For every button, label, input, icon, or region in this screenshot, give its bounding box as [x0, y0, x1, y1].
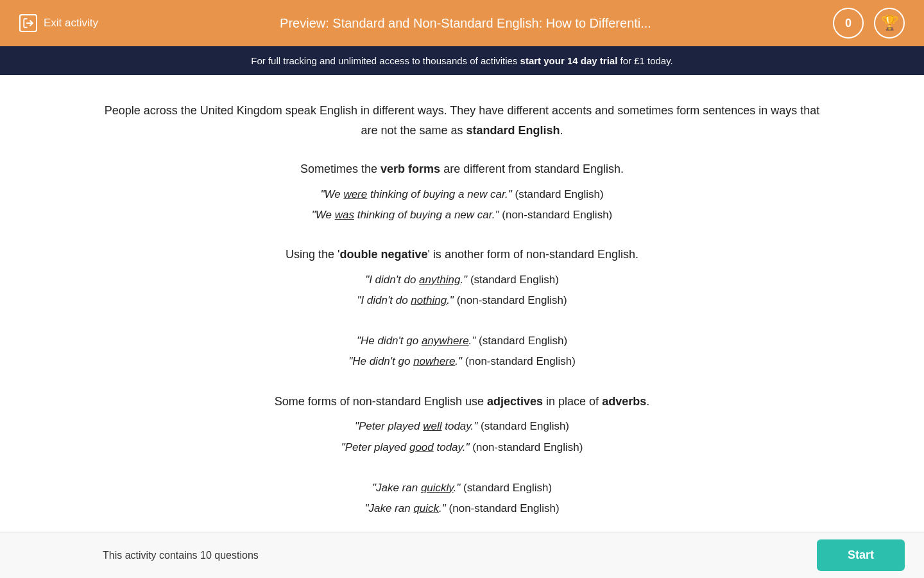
s3-ex2-underline: good	[409, 441, 434, 453]
s2-ex4: "He didn't go nowhere." (non-standard En…	[103, 351, 821, 372]
s2-ex4-post: ."	[455, 355, 462, 367]
s1-ex2-pre: "We	[312, 209, 332, 221]
s2-ex1: "I didn't do anything." (standard Englis…	[103, 270, 821, 290]
nav-right: 0 🏆	[833, 8, 905, 39]
activity-info: This activity contains 10 questions	[103, 550, 259, 561]
score-value: 0	[845, 17, 851, 30]
s3-ex4-label: (non-standard English)	[449, 502, 560, 514]
main-content: People across the United Kingdom speak E…	[0, 75, 924, 551]
promo-cta: start your 14 day trial	[520, 55, 618, 66]
s2-ex3: "He didn't go anywhere." (standard Engli…	[103, 331, 821, 351]
s1-ex1-post: thinking of buying a new car."	[370, 188, 512, 200]
s3-lead-pre: Some forms of non-standard English use	[275, 395, 484, 408]
s3-lead-bold1: adjectives	[487, 395, 543, 408]
trophy-badge: 🏆	[874, 8, 905, 39]
s2-ex1-underline: anything	[419, 274, 460, 286]
s3-ex2-post: today."	[436, 441, 469, 453]
s2-ex2: "I didn't do nothing." (non-standard Eng…	[103, 290, 821, 311]
start-button[interactable]: Start	[817, 539, 905, 571]
s2-ex1-label: (standard English)	[470, 274, 559, 286]
s1-ex2: "We was thinking of buying a new car." (…	[103, 205, 821, 225]
intro-end: .	[560, 124, 563, 137]
s2-ex2-underline: nothing	[411, 294, 447, 306]
s1-ex1-label: (standard English)	[515, 188, 604, 200]
top-nav: Exit activity Preview: Standard and Non-…	[0, 0, 924, 46]
s1-ex1-pre: "We	[320, 188, 340, 200]
trophy-icon: 🏆	[881, 15, 898, 31]
s1-lead-end: are different from standard English.	[443, 162, 624, 175]
s3-ex3-underline: quickly	[421, 482, 454, 494]
s3-ex3: "Jake ran quickly." (standard English)	[103, 478, 821, 498]
nav-title: Preview: Standard and Non-Standard Engli…	[98, 16, 833, 31]
section-adjectives: Some forms of non-standard English use a…	[103, 392, 821, 519]
s3-ex1-label: (standard English)	[481, 420, 569, 432]
s2-ex4-underline: nowhere	[413, 355, 455, 367]
promo-text-before: For full tracking and unlimited access t…	[251, 55, 520, 66]
s3-ex2-pre: "Peter played	[341, 441, 407, 453]
section2-lead: Using the 'double negative' is another f…	[103, 245, 821, 265]
score-badge: 0	[833, 8, 864, 39]
s2-ex4-pre: "He didn't go	[348, 355, 410, 367]
s3-lead-end: .	[646, 395, 649, 408]
s2-lead-pre: Using the '	[286, 248, 339, 261]
s3-ex1-pre: "Peter played	[355, 420, 420, 432]
s2-ex4-label: (non-standard English)	[465, 355, 576, 367]
section1-lead: Sometimes the verb forms are different f…	[103, 159, 821, 179]
s3-ex2: "Peter played good today." (non-standard…	[103, 437, 821, 458]
s3-ex4-underline: quick	[413, 502, 439, 514]
section-verb-forms: Sometimes the verb forms are different f…	[103, 159, 821, 225]
s3-ex3-post: ."	[454, 482, 461, 494]
s1-ex2-label: (non-standard English)	[502, 209, 612, 221]
exit-label: Exit activity	[44, 17, 98, 30]
s1-lead-bold: verb forms	[381, 162, 440, 175]
s2-lead-bold: double negative	[339, 248, 427, 261]
s2-ex2-label: (non-standard English)	[457, 294, 567, 306]
s3-ex4: "Jake ran quick." (non-standard English)	[103, 498, 821, 519]
s3-ex1: "Peter played well today." (standard Eng…	[103, 416, 821, 437]
section-double-negative: Using the 'double negative' is another f…	[103, 245, 821, 372]
s1-ex1: "We were thinking of buying a new car." …	[103, 184, 821, 205]
section3-lead: Some forms of non-standard English use a…	[103, 392, 821, 412]
s3-ex3-label: (standard English)	[463, 482, 552, 494]
s1-ex2-underline: was	[335, 209, 354, 221]
bottom-bar: This activity contains 10 questions Star…	[0, 532, 924, 578]
s3-lead-mid: in place of	[546, 395, 599, 408]
intro-text: People across the United Kingdom speak E…	[105, 104, 820, 137]
s2-ex1-pre: "I didn't do	[365, 274, 416, 286]
s2-ex3-underline: anywhere	[422, 335, 469, 347]
s2-ex2-pre: "I didn't do	[357, 294, 407, 306]
promo-banner: For full tracking and unlimited access t…	[0, 46, 924, 75]
s1-lead-pre: Sometimes the	[300, 162, 377, 175]
s1-ex1-underline: were	[343, 188, 367, 200]
s3-ex1-post: today."	[445, 420, 477, 432]
intro-paragraph: People across the United Kingdom speak E…	[103, 101, 821, 140]
s2-ex3-label: (standard English)	[479, 335, 567, 347]
promo-text-after: for £1 today.	[617, 55, 672, 66]
s3-ex4-pre: "Jake ran	[364, 502, 410, 514]
exit-icon	[19, 14, 37, 32]
s3-ex3-pre: "Jake ran	[372, 482, 418, 494]
s1-ex2-post: thinking of buying a new car."	[357, 209, 499, 221]
exit-button[interactable]: Exit activity	[19, 14, 98, 32]
s2-ex3-pre: "He didn't go	[357, 335, 418, 347]
s2-ex1-post: ."	[460, 274, 467, 286]
s2-ex2-post: ."	[447, 294, 454, 306]
s3-ex2-label: (non-standard English)	[472, 441, 583, 453]
s3-ex1-underline: well	[423, 420, 441, 432]
intro-bold: standard English	[466, 124, 560, 137]
s2-lead-end: ' is another form of non-standard Englis…	[427, 248, 638, 261]
s2-ex3-post: ."	[469, 335, 476, 347]
s3-ex4-post: ."	[439, 502, 446, 514]
s3-lead-bold2: adverbs	[602, 395, 646, 408]
